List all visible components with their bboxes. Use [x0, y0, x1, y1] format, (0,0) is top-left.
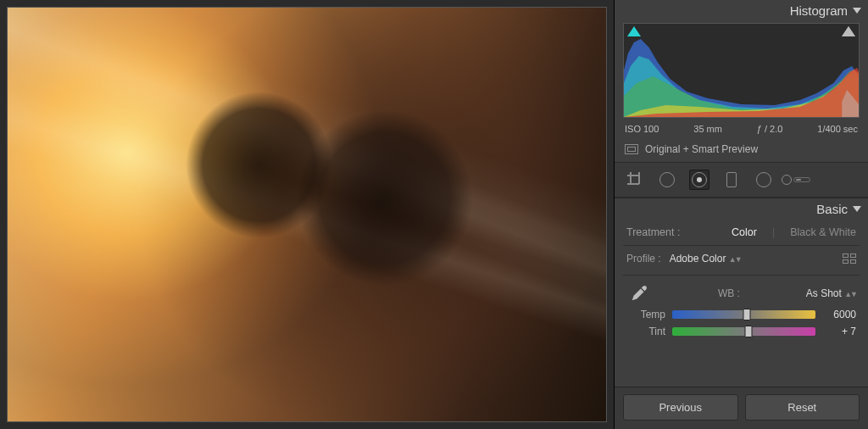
redeye-tool-icon[interactable] — [689, 170, 709, 190]
updown-icon: ▲▼ — [844, 290, 856, 298]
crop-tool-icon[interactable] — [625, 170, 645, 190]
treatment-separator: | — [772, 226, 775, 238]
treatment-color-option[interactable]: Color — [732, 226, 757, 238]
profile-row: Profile : Adobe Color ▲▼ — [615, 248, 868, 273]
treatment-row: Treatment : Color | Black & White — [615, 221, 868, 243]
wb-preset-dropdown[interactable]: As Shot ▲▼ — [806, 287, 856, 299]
profile-value[interactable]: Adobe Color ▲▼ — [670, 253, 834, 265]
radial-filter-tool-icon[interactable] — [754, 170, 774, 190]
updown-icon: ▲▼ — [729, 255, 741, 264]
exif-iso: ISO 100 — [625, 124, 659, 134]
slider-thumb-icon[interactable] — [743, 309, 750, 320]
adjustment-brush-tool-icon[interactable] — [786, 170, 806, 190]
basic-header[interactable]: Basic — [615, 198, 868, 221]
tint-label: Tint — [626, 326, 665, 337]
collapse-triangle-icon[interactable] — [853, 206, 861, 212]
temp-slider[interactable] — [672, 310, 815, 319]
tint-slider-row: Tint + 7 — [626, 323, 856, 340]
white-balance-dropper-icon[interactable] — [626, 281, 652, 306]
graduated-filter-tool-icon[interactable] — [721, 170, 742, 190]
preview-mode-row[interactable]: Original + Smart Preview — [615, 139, 868, 163]
preview-mode-label: Original + Smart Preview — [645, 143, 758, 155]
white-balance-area: WB : As Shot ▲▼ Temp 6000 Tint + 7 — [615, 277, 868, 340]
histogram-title: Histogram — [790, 3, 848, 18]
reset-button[interactable]: Reset — [745, 394, 860, 421]
treatment-bw-option[interactable]: Black & White — [790, 226, 856, 238]
profile-label: Profile : — [626, 253, 661, 265]
preview-mode-icon — [625, 144, 638, 154]
histogram-header[interactable]: Histogram — [615, 0, 868, 23]
wb-label: WB : — [662, 287, 796, 299]
temp-slider-row: Temp 6000 — [626, 306, 856, 323]
slider-thumb-icon[interactable] — [744, 326, 752, 337]
panel-footer-buttons: Previous Reset — [615, 387, 868, 429]
tint-slider[interactable] — [672, 327, 815, 336]
histogram-display[interactable] — [623, 23, 860, 118]
collapse-triangle-icon[interactable] — [853, 8, 861, 14]
divider — [623, 275, 860, 276]
spot-removal-tool-icon[interactable] — [657, 170, 677, 190]
image-viewer[interactable] — [0, 0, 614, 429]
basic-title: Basic — [816, 202, 848, 216]
histogram-chart — [624, 24, 859, 117]
exif-shutter: 1/400 sec — [817, 124, 858, 134]
right-panel: Histogram ISO 100 35 mm ƒ / 2.0 1/400 se… — [614, 0, 868, 429]
tint-value[interactable]: + 7 — [822, 326, 856, 337]
temp-value[interactable]: 6000 — [822, 309, 856, 320]
local-adjustment-toolstrip — [615, 163, 868, 198]
exif-aperture: ƒ / 2.0 — [757, 124, 783, 134]
previous-button[interactable]: Previous — [623, 394, 738, 421]
exif-row: ISO 100 35 mm ƒ / 2.0 1/400 sec — [615, 121, 868, 139]
exif-focal-length: 35 mm — [693, 124, 722, 134]
divider — [623, 245, 860, 246]
profile-browser-icon[interactable] — [843, 254, 856, 264]
develop-preview-image[interactable] — [7, 7, 607, 422]
temp-label: Temp — [626, 309, 665, 320]
treatment-label: Treatment : — [626, 226, 680, 238]
